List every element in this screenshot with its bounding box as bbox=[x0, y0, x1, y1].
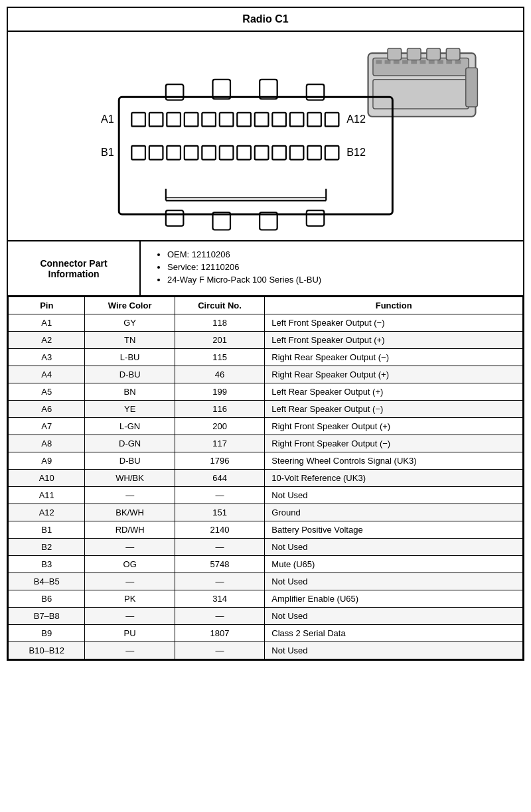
cell-function: Left Front Speaker Output (+) bbox=[265, 332, 523, 349]
table-body: A1GY118Left Front Speaker Output (−)A2TN… bbox=[9, 314, 523, 659]
cell-circuit: 117 bbox=[175, 435, 265, 452]
table-row: B1RD/WH2140Battery Positive Voltage bbox=[9, 521, 523, 539]
cell-function: Not Used bbox=[265, 608, 523, 625]
table-row: B4–B5——Not Used bbox=[9, 573, 523, 590]
cell-wire-color: WH/BK bbox=[85, 470, 175, 487]
svg-rect-14 bbox=[388, 48, 402, 60]
pin-table: Pin Wire Color Circuit No. Function A1GY… bbox=[8, 297, 523, 659]
cell-circuit: 5748 bbox=[175, 556, 265, 573]
cell-function: Mute (U65) bbox=[265, 556, 523, 573]
table-row: B9PU1807Class 2 Serial Data bbox=[9, 625, 523, 642]
connector-info-item-2: Service: 12110206 bbox=[167, 262, 510, 272]
svg-rect-6 bbox=[411, 60, 417, 64]
svg-rect-11 bbox=[455, 60, 461, 64]
cell-wire-color: TN bbox=[85, 332, 175, 349]
svg-text:B12: B12 bbox=[346, 146, 366, 158]
cell-circuit: — bbox=[175, 573, 265, 590]
cell-wire-color: YE bbox=[85, 401, 175, 418]
cell-function: Not Used bbox=[265, 539, 523, 556]
cell-circuit: — bbox=[175, 539, 265, 556]
cell-circuit: 644 bbox=[175, 470, 265, 487]
cell-function: Right Front Speaker Output (+) bbox=[265, 418, 523, 435]
svg-rect-30 bbox=[185, 113, 198, 127]
diagram-section: A1 A12 B1 B12 bbox=[8, 32, 523, 241]
table-row: A8D-GN117Right Front Speaker Output (−) bbox=[9, 435, 523, 452]
svg-rect-2 bbox=[376, 60, 382, 64]
table-row: B3OG5748Mute (U65) bbox=[9, 556, 523, 573]
cell-wire-color: — bbox=[85, 608, 175, 625]
cell-pin: B3 bbox=[9, 556, 85, 573]
cell-pin: B9 bbox=[9, 625, 85, 642]
cell-pin: A8 bbox=[9, 435, 85, 452]
cell-wire-color: RD/WH bbox=[85, 521, 175, 539]
cell-wire-color: — bbox=[85, 642, 175, 659]
cell-function: Amplifier Enable (U65) bbox=[265, 590, 523, 608]
cell-wire-color: PU bbox=[85, 625, 175, 642]
table-row: A12BK/WH151Ground bbox=[9, 504, 523, 521]
svg-rect-4 bbox=[394, 60, 400, 64]
svg-rect-42 bbox=[185, 146, 198, 160]
cell-circuit: 118 bbox=[175, 314, 265, 332]
table-row: A2TN201Left Front Speaker Output (+) bbox=[9, 332, 523, 349]
cell-pin: B1 bbox=[9, 521, 85, 539]
cell-function: Ground bbox=[265, 504, 523, 521]
cell-function: Right Rear Speaker Output (+) bbox=[265, 366, 523, 383]
svg-rect-41 bbox=[167, 146, 181, 160]
cell-function: Steering Wheel Controls Signal (UK3) bbox=[265, 452, 523, 470]
cell-circuit: — bbox=[175, 608, 265, 625]
svg-rect-46 bbox=[255, 146, 269, 160]
cell-circuit: — bbox=[175, 487, 265, 504]
cell-function: Class 2 Serial Data bbox=[265, 625, 523, 642]
cell-circuit: 46 bbox=[175, 366, 265, 383]
cell-wire-color: D-BU bbox=[85, 366, 175, 383]
cell-circuit: 1796 bbox=[175, 452, 265, 470]
connector-part-label: Connector Part Information bbox=[8, 241, 141, 295]
connector-info-list: OEM: 12110206 Service: 12110206 24-Way F… bbox=[154, 249, 510, 285]
svg-rect-23 bbox=[166, 210, 183, 226]
table-row: B7–B8——Not Used bbox=[9, 608, 523, 625]
cell-function: Not Used bbox=[265, 573, 523, 590]
cell-wire-color: BN bbox=[85, 383, 175, 401]
col-header-wire: Wire Color bbox=[85, 297, 175, 314]
cell-pin: B10–B12 bbox=[9, 642, 85, 659]
cell-pin: A4 bbox=[9, 366, 85, 383]
cell-pin: B7–B8 bbox=[9, 608, 85, 625]
cell-pin: A7 bbox=[9, 418, 85, 435]
cell-circuit: 201 bbox=[175, 332, 265, 349]
cell-circuit: 115 bbox=[175, 349, 265, 366]
connector-diagram-svg: A1 A12 B1 B12 bbox=[21, 38, 510, 234]
cell-circuit: 314 bbox=[175, 590, 265, 608]
svg-rect-7 bbox=[420, 60, 426, 64]
svg-rect-20 bbox=[213, 80, 230, 99]
svg-rect-33 bbox=[237, 113, 251, 127]
cell-wire-color: OG bbox=[85, 556, 175, 573]
svg-rect-49 bbox=[307, 146, 321, 160]
cell-wire-color: — bbox=[85, 487, 175, 504]
cell-pin: A6 bbox=[9, 401, 85, 418]
svg-rect-21 bbox=[260, 80, 277, 99]
svg-text:B1: B1 bbox=[101, 146, 114, 158]
svg-rect-32 bbox=[220, 113, 234, 127]
cell-wire-color: GY bbox=[85, 314, 175, 332]
svg-rect-8 bbox=[429, 60, 435, 64]
cell-circuit: 2140 bbox=[175, 521, 265, 539]
connector-label-text: Connector Part Information bbox=[15, 258, 133, 279]
svg-rect-27 bbox=[131, 113, 145, 127]
table-row: A6YE116Left Rear Speaker Output (−) bbox=[9, 401, 523, 418]
svg-rect-44 bbox=[220, 146, 234, 160]
svg-rect-45 bbox=[237, 146, 251, 160]
cell-wire-color: — bbox=[85, 573, 175, 590]
svg-rect-40 bbox=[149, 146, 163, 160]
info-section: Connector Part Information OEM: 12110206… bbox=[8, 241, 523, 297]
svg-rect-15 bbox=[407, 48, 421, 60]
cell-pin: B2 bbox=[9, 539, 85, 556]
svg-rect-36 bbox=[290, 113, 304, 127]
table-row: B2——Not Used bbox=[9, 539, 523, 556]
table-row: A5BN199Left Rear Speaker Output (+) bbox=[9, 383, 523, 401]
table-row: A11——Not Used bbox=[9, 487, 523, 504]
table-row: A4D-BU46Right Rear Speaker Output (+) bbox=[9, 366, 523, 383]
cell-function: Right Rear Speaker Output (−) bbox=[265, 349, 523, 366]
svg-rect-9 bbox=[437, 60, 443, 64]
table-row: A9D-BU1796Steering Wheel Controls Signal… bbox=[9, 452, 523, 470]
svg-rect-38 bbox=[325, 113, 339, 127]
